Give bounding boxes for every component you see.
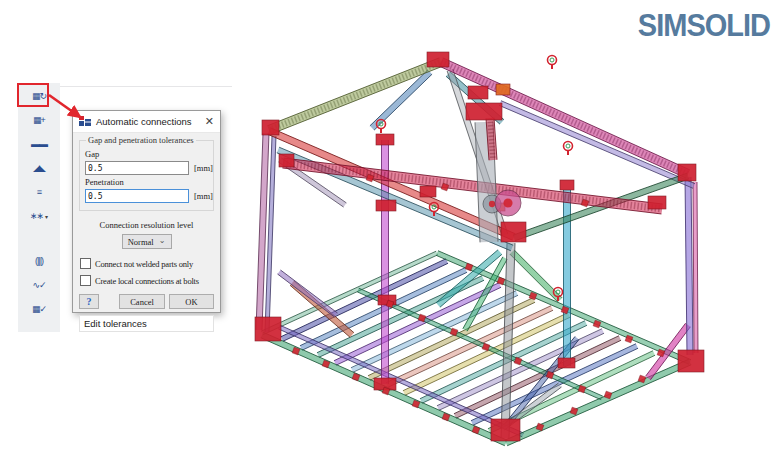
tolerances-group-title: Gap and penetration tolerances: [86, 135, 196, 145]
dropdown-arrow-icon[interactable]: ▾: [45, 214, 48, 220]
cancel-button[interactable]: Cancel: [119, 294, 165, 309]
status-tooltip: Edit tolerances: [79, 315, 214, 332]
review-connections-button[interactable]: ∿✓: [18, 275, 60, 296]
automatic-connections-dialog: Automatic connections ✕ Gap and penetrat…: [72, 110, 221, 313]
local-connections-bolts-row[interactable]: Create local connections at bolts: [80, 275, 213, 286]
annotation-arrow: [40, 85, 100, 130]
spot-welds-icon: ▬▬: [31, 140, 47, 149]
app-window: SIMSOLID ▦↻▦+▬▬◢◣≡∗∗▾(|||)∿✓▦✓ Automatic…: [0, 0, 780, 462]
gap-label: Gap: [85, 149, 208, 159]
penetration-input[interactable]: [85, 189, 189, 203]
edit-connections-button[interactable]: ▦✓: [18, 299, 60, 320]
resolution-label: Connection resolution level: [79, 220, 214, 230]
springs-icon: (|||): [35, 257, 43, 266]
model-3d-viewport[interactable]: [240, 25, 780, 462]
penetration-unit: [mm]: [194, 191, 213, 201]
review-connections-icon: ∿✓: [32, 281, 45, 290]
close-icon[interactable]: ✕: [205, 115, 214, 128]
penetration-label: Penetration: [85, 177, 208, 187]
gap-unit: [mm]: [194, 163, 213, 173]
connect-not-welded-checkbox[interactable]: [80, 258, 91, 269]
sliding-connections-icon: ≡: [37, 188, 41, 197]
ok-button[interactable]: OK: [169, 294, 214, 309]
connect-not-welded-label: Connect not welded parts only: [95, 259, 193, 269]
springs-button[interactable]: (|||): [18, 251, 60, 272]
seam-welds-button[interactable]: ◢◣: [18, 158, 60, 179]
seam-welds-icon: ◢◣: [33, 164, 45, 173]
help-button[interactable]: ?: [79, 294, 99, 309]
virtual-connectors-icon: ∗∗: [30, 212, 43, 221]
tolerances-group: Gap and penetration tolerances Gap [mm] …: [79, 140, 214, 211]
edit-connections-icon: ▦✓: [32, 305, 46, 314]
dialog-title: Automatic connections: [96, 116, 205, 127]
gap-input[interactable]: [85, 161, 189, 175]
local-connections-bolts-checkbox[interactable]: [80, 275, 91, 286]
sliding-connections-button[interactable]: ≡: [18, 182, 60, 203]
resolution-value: Normal: [128, 237, 154, 247]
connect-not-welded-row[interactable]: Connect not welded parts only: [80, 258, 213, 269]
virtual-connectors-button[interactable]: ∗∗▾: [18, 206, 60, 227]
chevron-down-icon: ⌄: [159, 236, 166, 245]
local-connections-bolts-label: Create local connections at bolts: [95, 276, 199, 286]
spot-welds-button[interactable]: ▬▬: [18, 134, 60, 155]
resolution-dropdown[interactable]: Normal ⌄: [122, 234, 172, 249]
